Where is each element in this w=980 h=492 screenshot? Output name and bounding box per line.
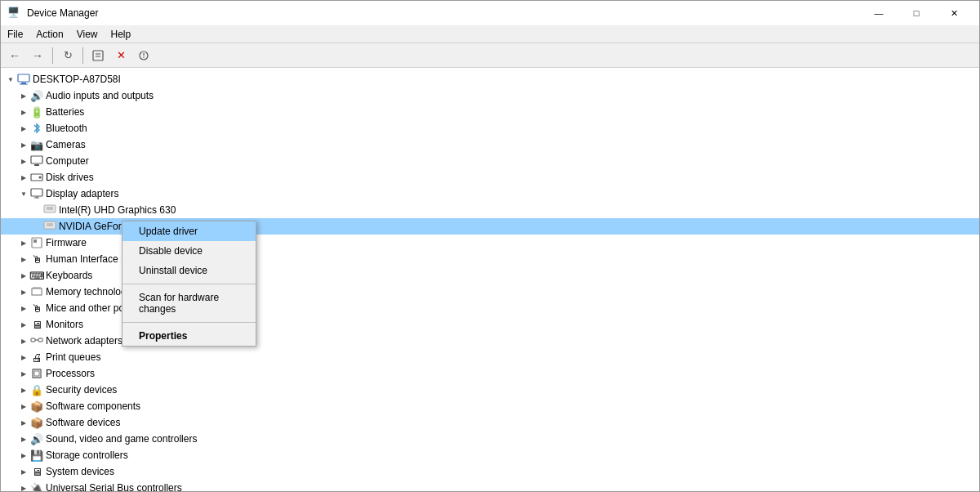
maximize-button[interactable]: □: [898, 1, 935, 25]
batteries-label: Batteries: [46, 106, 84, 118]
hid-expand: ▶: [17, 253, 30, 266]
bluetooth-label: Bluetooth: [46, 123, 87, 134]
cameras-icon: 📷: [30, 138, 43, 151]
display-expand: ▼: [17, 187, 30, 200]
security-expand: ▶: [17, 383, 30, 396]
svg-rect-34: [34, 371, 39, 376]
batteries-expand: ▶: [17, 105, 30, 119]
tree-sound[interactable]: ▶ 🔊 Sound, video and game controllers: [1, 431, 979, 447]
tree-sw-devices[interactable]: ▶ 📦 Software devices: [1, 414, 979, 431]
tree-computer[interactable]: ▶ Computer: [1, 153, 979, 169]
sw-devices-label: Software devices: [46, 417, 120, 428]
system-expand: ▶: [17, 465, 30, 478]
menu-file[interactable]: File: [1, 25, 29, 43]
svg-rect-19: [44, 221, 56, 229]
tree-print[interactable]: ▶ 🖨 Print queues: [1, 349, 979, 365]
svg-rect-13: [31, 189, 42, 196]
minimize-button[interactable]: —: [860, 1, 898, 25]
audio-label: Audio inputs and outputs: [46, 90, 154, 101]
context-menu-uninstall-device[interactable]: Uninstall device: [122, 261, 256, 280]
sw-components-label: Software components: [46, 400, 140, 412]
tree-audio[interactable]: ▶ 🔊 Audio inputs and outputs: [1, 87, 979, 104]
menu-bar: File Action View Help: [1, 25, 979, 43]
print-label: Print queues: [46, 351, 100, 363]
tree-processors[interactable]: ▶ Processors: [1, 365, 979, 382]
disk-label: Disk drives: [46, 172, 94, 183]
toolbar-scan[interactable]: [133, 46, 154, 65]
display-icon: [30, 187, 43, 200]
monitors-label: Monitors: [46, 319, 83, 330]
processors-expand: ▶: [17, 367, 30, 380]
network-icon: [30, 334, 43, 347]
toolbar-sep-2: [82, 47, 83, 64]
tree-system[interactable]: ▶ 🖥 System devices: [1, 463, 979, 480]
firmware-icon: [30, 236, 43, 249]
svg-rect-31: [38, 338, 42, 342]
hid-icon: 🖱: [30, 253, 43, 266]
memory-icon: [30, 285, 43, 298]
tree-disk[interactable]: ▶ Disk drives: [1, 169, 979, 186]
display-label: Display adapters: [46, 188, 118, 199]
tree-sw-components[interactable]: ▶ 📦 Software components: [1, 398, 979, 414]
close-button[interactable]: ✕: [935, 1, 973, 25]
context-menu-update-driver[interactable]: Update driver: [122, 221, 256, 241]
tree-batteries[interactable]: ▶ 🔋 Batteries: [1, 104, 979, 120]
sound-expand: ▶: [17, 432, 30, 445]
context-menu: Update driver Disable device Uninstall d…: [122, 221, 256, 347]
computer-label: Computer: [46, 155, 89, 167]
firmware-label: Firmware: [46, 237, 87, 248]
audio-icon: 🔊: [30, 89, 43, 102]
tree-usb[interactable]: ▶ 🔌 Universal Serial Bus controllers: [1, 480, 979, 491]
context-menu-properties[interactable]: Properties: [122, 326, 256, 346]
window-title: Device Manager: [27, 7, 98, 19]
audio-expand: ▶: [17, 89, 30, 102]
toolbar-properties[interactable]: [87, 46, 109, 65]
storage-expand: ▶: [17, 449, 30, 462]
context-menu-disable-device[interactable]: Disable device: [122, 241, 256, 261]
title-bar: 🖥️ Device Manager — □ ✕: [1, 1, 979, 25]
network-expand: ▶: [17, 334, 30, 347]
tree-root[interactable]: ▼ DESKTOP-A87D58I: [1, 71, 979, 87]
toolbar: ← → ↻ ✕: [1, 43, 979, 68]
svg-rect-9: [31, 156, 42, 163]
svg-rect-24: [32, 288, 42, 295]
svg-rect-30: [31, 338, 35, 342]
menu-view[interactable]: View: [70, 25, 105, 43]
content-area[interactable]: ▼ DESKTOP-A87D58I ▶ 🔊 Audio inputs and o…: [1, 68, 979, 491]
menu-action[interactable]: Action: [29, 25, 69, 43]
context-menu-scan[interactable]: Scan for hardware changes: [122, 288, 256, 319]
tree-intel-gpu[interactable]: Intel(R) UHD Graphics 630: [1, 202, 979, 218]
system-icon: 🖥: [30, 465, 43, 478]
tree-bluetooth[interactable]: ▶ Bluetooth: [1, 120, 979, 136]
monitors-expand: ▶: [17, 318, 30, 331]
title-controls: — □ ✕: [860, 1, 973, 25]
toolbar-forward[interactable]: →: [27, 46, 48, 65]
toolbar-uninstall[interactable]: ✕: [110, 46, 131, 65]
tree-security[interactable]: ▶ 🔒 Security devices: [1, 382, 979, 398]
keyboards-label: Keyboards: [46, 270, 92, 281]
sound-label: Sound, video and game controllers: [46, 433, 197, 445]
mice-icon: 🖱: [30, 302, 43, 315]
sw-devices-expand: ▶: [17, 416, 30, 429]
context-menu-sep-1: [122, 284, 256, 284]
menu-help[interactable]: Help: [105, 25, 138, 43]
disk-icon: [30, 171, 43, 184]
computer-expand: ▶: [17, 154, 30, 168]
svg-point-5: [143, 56, 145, 58]
storage-label: Storage controllers: [46, 450, 128, 461]
svg-rect-0: [93, 51, 103, 60]
mice-expand: ▶: [17, 302, 30, 315]
svg-rect-33: [33, 369, 41, 378]
memory-expand: ▶: [17, 285, 30, 298]
intel-gpu-icon: [43, 204, 56, 217]
sw-components-expand: ▶: [17, 400, 30, 413]
tree-cameras[interactable]: ▶ 📷 Cameras: [1, 136, 979, 153]
tree-storage[interactable]: ▶ 💾 Storage controllers: [1, 447, 979, 463]
tree-display[interactable]: ▼ Display adapters: [1, 186, 979, 202]
print-icon: 🖨: [30, 351, 43, 364]
usb-label: Universal Serial Bus controllers: [46, 482, 182, 491]
toolbar-back[interactable]: ←: [4, 46, 25, 65]
device-manager-window: 🖥️ Device Manager — □ ✕ File Action View…: [0, 0, 980, 492]
sound-icon: 🔊: [30, 432, 43, 445]
toolbar-refresh[interactable]: ↻: [57, 46, 78, 65]
